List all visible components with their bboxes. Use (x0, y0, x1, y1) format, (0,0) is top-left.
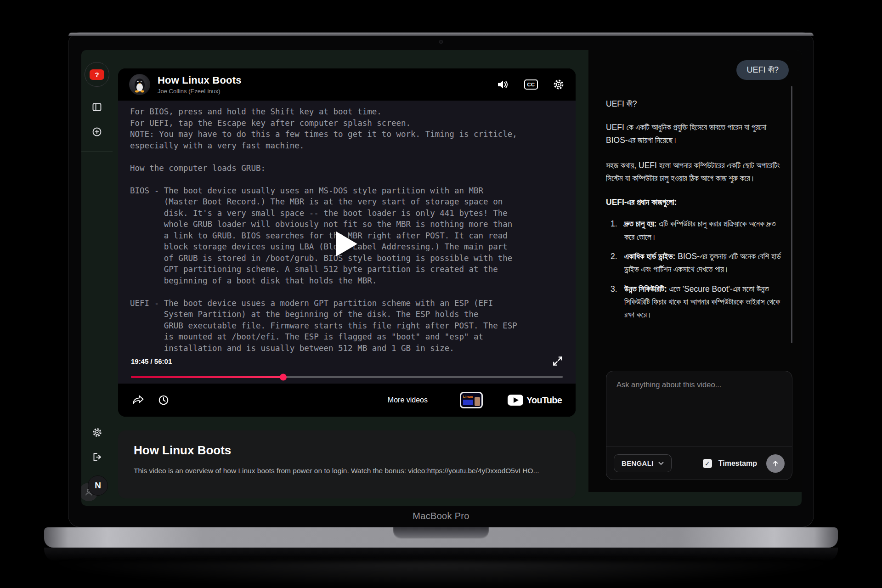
player-header-actions: CC (497, 79, 565, 90)
chat-panel: UEFI কী? UEFI কী? UEFI কে একটি আধুনিক প্… (588, 50, 802, 492)
laptop-base-front (44, 548, 838, 561)
fullscreen-icon[interactable] (552, 355, 564, 369)
video-description-card: How Linux Boots This video is an overvie… (118, 430, 576, 498)
stage: ? (0, 0, 882, 588)
list-item: 2. একাধিক হার্ড ড্রাইভ: BIOS-এর তুলনায় … (611, 250, 792, 276)
video-terminal-text: For BIOS, press and hold the Shift key a… (118, 101, 576, 359)
video-frame[interactable]: For BIOS, press and hold the Shift key a… (118, 101, 576, 384)
share-icon[interactable] (132, 394, 145, 406)
player-header: How Linux Boots Joe Collins (EzeeLinux) (118, 68, 576, 101)
user-message-bubble: UEFI কী? (736, 60, 789, 80)
left-icon-rail: ? (81, 50, 113, 506)
progress-fill (131, 376, 283, 378)
youtube-logo[interactable]: YouTube (508, 395, 562, 406)
user-avatar-area[interactable]: N (87, 475, 107, 499)
language-value: BENGALI (622, 459, 654, 467)
thumbnail-face (475, 397, 480, 406)
rail-divider (81, 151, 113, 152)
player-bottom-bar: More videos Linux YouTube (118, 384, 576, 417)
timestamp-checkbox[interactable]: ✓ (703, 459, 712, 468)
response-heading: UEFI কী? (606, 99, 792, 109)
thumbnail-box (463, 400, 473, 405)
progress-bar[interactable] (131, 376, 563, 378)
chat-scrollbar[interactable] (791, 86, 792, 343)
captions-icon[interactable]: CC (524, 79, 538, 90)
time-display: 19:45 / 56:01 (131, 357, 172, 365)
chat-input[interactable] (606, 371, 792, 447)
list-item-number: 2. (611, 250, 624, 276)
list-item: 3. উন্নত সিকিউরিটি: এতে 'Secure Boot'-এর… (611, 283, 792, 322)
laptop-base (44, 527, 838, 548)
timestamp-label: Timestamp (718, 459, 757, 468)
webcam-dot (439, 40, 443, 44)
list-item-text: একাধিক হার্ড ড্রাইভ: BIOS-এর তুলনায় এটি… (624, 250, 788, 276)
more-videos-thumbnail[interactable]: Linux (460, 392, 483, 408)
channel-avatar-tux-icon[interactable] (129, 74, 150, 95)
progress-thumb[interactable] (280, 373, 287, 380)
arrow-up-icon (771, 459, 780, 468)
list-item-number: 1. (611, 217, 624, 243)
laptop-reflection (44, 561, 838, 588)
question-logo-icon: ? (90, 69, 104, 80)
response-paragraph: সহজ কথায়, UEFI হলো আপনার কম্পিউটারের এক… (606, 159, 792, 185)
description-title: How Linux Boots (134, 443, 560, 458)
macbook-frame: ? (68, 32, 814, 527)
video-channel[interactable]: Joe Collins (EzeeLinux) (158, 88, 489, 95)
avatar[interactable]: N (88, 475, 108, 496)
watch-later-icon[interactable] (158, 394, 170, 406)
video-title: How Linux Boots (158, 74, 489, 86)
more-videos-label[interactable]: More videos (388, 396, 428, 404)
add-icon[interactable] (88, 123, 106, 141)
laptop-base-notch (393, 527, 489, 539)
list-item-text: দ্রুত চালু হয়: এটি কম্পিউটার চালু করার … (624, 217, 788, 243)
chat-input-toolbar: BENGALI ✓ Timestamp (606, 447, 792, 480)
volume-icon[interactable] (497, 79, 509, 90)
player-settings-icon[interactable] (553, 79, 565, 90)
response-paragraph: UEFI কে একটি আধুনিক প্রযুক্তি হিসেবে ভাব… (606, 121, 792, 147)
send-button[interactable] (766, 454, 785, 473)
app-logo-button[interactable]: ? (85, 62, 109, 87)
title-block: How Linux Boots Joe Collins (EzeeLinux) (158, 74, 489, 95)
laptop-lid-edge (68, 33, 814, 36)
list-item-number: 3. (611, 283, 624, 322)
thumbnail-word: Linux (463, 395, 473, 399)
list-item: 1. দ্রুত চালু হয়: এটি কম্পিউটার চালু কর… (611, 217, 792, 243)
youtube-wordmark: YouTube (526, 395, 562, 406)
response-list: 1. দ্রুত চালু হয়: এটি কম্পিউটার চালু কর… (606, 217, 792, 321)
chevron-down-icon (658, 462, 664, 465)
chat-input-card: BENGALI ✓ Timestamp (606, 371, 792, 480)
play-button[interactable] (336, 232, 357, 256)
panel-toggle-icon[interactable] (88, 98, 106, 116)
list-item-text: উন্নত সিকিউরিটি: এতে 'Secure Boot'-এর মত… (624, 283, 788, 322)
video-player: How Linux Boots Joe Collins (EzeeLinux) (118, 68, 576, 417)
settings-icon[interactable] (88, 423, 106, 441)
youtube-play-icon (508, 395, 523, 406)
chat-messages: UEFI কী? UEFI কী? UEFI কে একটি আধুনিক প্… (606, 60, 792, 363)
response-list-heading: UEFI-এর প্রধান কাজগুলো: (606, 198, 792, 207)
language-selector[interactable]: BENGALI (614, 454, 672, 472)
app-screen: ? (81, 50, 802, 506)
macbook-pro-label: MacBook Pro (68, 511, 814, 521)
logout-icon[interactable] (88, 448, 106, 466)
description-body: This video is an overview of how Linux b… (134, 467, 560, 475)
